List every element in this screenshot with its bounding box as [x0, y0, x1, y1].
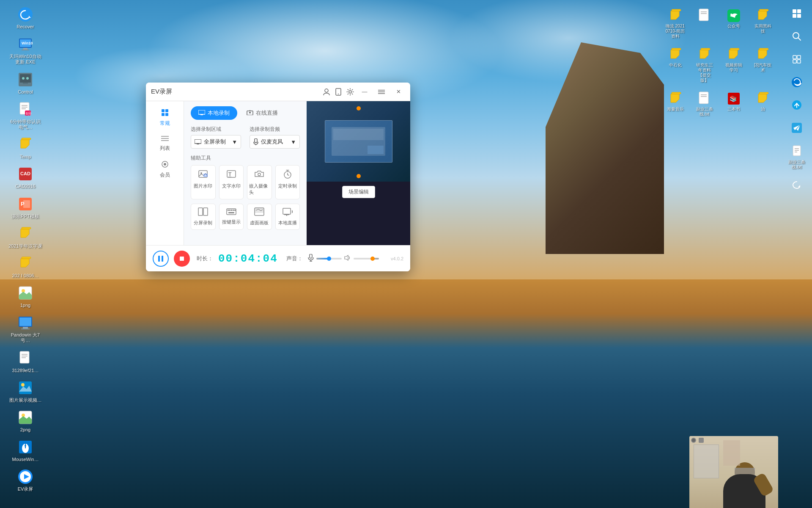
refresh-button[interactable]: [785, 175, 809, 195]
zhi-icon[interactable]: 治: [749, 88, 776, 119]
fuyesan2-icon[interactable]: 副业三条线.txt: [691, 88, 718, 119]
svg-rect-25: [22, 227, 31, 229]
arrow-up-button[interactable]: [785, 95, 809, 115]
svg-point-85: [349, 91, 351, 93]
ev-tool-split-screen[interactable]: 分屏录制: [191, 204, 216, 230]
ev-tab-live[interactable]: 在线直播: [239, 106, 285, 120]
hailiang-icon[interactable]: 海量音乐: [661, 88, 689, 119]
ev-tool-keyboard[interactable]: 按键显示: [219, 204, 244, 230]
svg-rect-91: [162, 113, 165, 116]
hailiu-icon[interactable]: 嗨流 20210710-简历资料: [661, 5, 689, 41]
ev-user-icon[interactable]: [322, 88, 331, 96]
changgui-icon: [161, 109, 169, 118]
ev-titlebar: EV录屏: [146, 83, 410, 101]
ev-settings-icon[interactable]: [346, 88, 354, 96]
desktop-icon-mousewin[interactable]: MouseWin…: [0, 436, 51, 465]
svg-point-84: [338, 94, 339, 94]
ev-scene-edit-button[interactable]: 场景编辑: [342, 186, 375, 198]
local-tab-icon: [198, 110, 205, 116]
desktop-icon-31289[interactable]: 31289ef21…: [0, 347, 51, 376]
ev-selects: 选择录制区域 全屏录制 ▼ 选择录制音频 仅麦克风: [191, 126, 300, 149]
ev-pause-button[interactable]: [153, 251, 169, 267]
ev-title: EV录屏: [151, 88, 322, 96]
svg-rect-138: [162, 256, 163, 262]
svg-rect-33: [20, 351, 29, 363]
ev-tool-timer[interactable]: 定时录制: [275, 165, 300, 199]
ev-speaker-slider-handle[interactable]: [370, 257, 375, 261]
ev-tool-local-live[interactable]: 本地直播: [275, 204, 300, 230]
txt-doc-icon[interactable]: [691, 5, 718, 41]
svg-rect-72: [701, 48, 710, 50]
ev-mic-slider[interactable]: [316, 258, 342, 260]
telegram-icon: [789, 120, 804, 135]
arrow-up-icon: [789, 97, 804, 113]
svg-rect-99: [200, 114, 203, 115]
windows-start-button[interactable]: [785, 3, 809, 24]
ev-mobile-icon[interactable]: [334, 88, 343, 96]
desktop-icon-temp[interactable]: Temp: [0, 133, 51, 162]
qiche-icon[interactable]: [3]汽车技术: [749, 44, 776, 86]
ev-tool-virtual-bg[interactable]: 虚面画板: [247, 204, 272, 230]
desktop-icon-ppt[interactable]: P 演示PPT模板: [0, 193, 51, 222]
ev-audio-section-label: 声音：: [286, 255, 303, 262]
zhongshihua-icon[interactable]: 中石化: [661, 44, 689, 86]
ev-stop-button[interactable]: [174, 251, 190, 267]
ev-close-button[interactable]: ✕: [392, 86, 405, 97]
ev-area-select[interactable]: 全屏录制 ▼: [191, 135, 241, 149]
desktop-icon-recover[interactable]: Recover: [0, 3, 51, 32]
ev-tab-local[interactable]: 本地录制: [191, 106, 237, 120]
liebiao-label: 列表: [160, 145, 170, 152]
svg-rect-119: [198, 208, 203, 215]
desktop-icon-6fen[interactable]: 6分 6分钟带你认识电气…: [0, 98, 51, 133]
telegram-button[interactable]: [785, 118, 809, 138]
search-button[interactable]: [785, 26, 809, 47]
changgui-label: 常规: [160, 120, 170, 127]
desktop-icon-cad[interactable]: CAD CAD2016: [0, 163, 51, 192]
ev-mic-slider-handle[interactable]: [327, 257, 331, 261]
desktop-icon-2021xuenian[interactable]: 2021学年汉字课: [0, 223, 51, 251]
svg-text:CAD: CAD: [20, 171, 30, 176]
edge-browser-button[interactable]: [785, 72, 809, 92]
yanjiusheng-icon[interactable]: 研究生三年资料【提交版】: [691, 44, 718, 86]
sanbenshu-icon[interactable]: 📚 三本书: [720, 88, 747, 119]
ev-preview-controls: 场景编辑: [307, 182, 410, 202]
gongzonghao-icon[interactable]: 公众号: [720, 5, 747, 41]
desktop-icon-2png[interactable]: 2png: [0, 406, 51, 435]
shipinjianji-icon[interactable]: 视频剪辑学习: [720, 44, 747, 86]
ev-tool-camera[interactable]: 嵌入摄像头: [247, 165, 272, 199]
preview-bottom-handle[interactable]: [357, 174, 361, 178]
svg-point-11: [22, 77, 25, 80]
ev-area-label: 选择录制区域: [191, 126, 241, 133]
ev-sidebar-changgui[interactable]: 常规: [146, 105, 184, 131]
desktop-icon-pandowin[interactable]: Pandowin 大7号…: [0, 312, 51, 346]
desktop-icon-control[interactable]: Control: [0, 69, 51, 97]
ev-tool-image-watermark[interactable]: 图片水印: [191, 165, 216, 199]
desktop-icon-2021[interactable]: 202 I 0806…: [0, 252, 51, 281]
desktop-icon-tupianzhan[interactable]: 图片展示视频…: [0, 377, 51, 406]
ev-speaker-slider[interactable]: [354, 258, 379, 260]
shiyong-icon[interactable]: 实用黑科技: [749, 5, 776, 41]
svg-rect-30: [19, 318, 31, 326]
ev-tool-text-watermark[interactable]: T 文字水印: [219, 165, 244, 199]
preview-top-handle[interactable]: [357, 106, 361, 110]
ev-audio-select[interactable]: 仅麦克风 ▼: [250, 135, 300, 149]
desktop-icon-ev[interactable]: EV录屏: [0, 466, 51, 494]
ev-sidebar-liebiao[interactable]: 列表: [146, 131, 184, 156]
ev-sidebar-huiyuan[interactable]: 会员: [146, 156, 184, 183]
task-view-button[interactable]: [785, 49, 809, 69]
desktop-icon-recover-label: Recover: [17, 24, 34, 30]
area-dropdown-icon: ▼: [232, 139, 237, 145]
camera-label: 嵌入摄像头: [249, 183, 270, 196]
ev-recorder-window: EV录屏: [146, 83, 410, 271]
desktop-icon-1png[interactable]: 1png: [0, 282, 51, 311]
timer-label: 定时录制: [278, 183, 297, 189]
desktop-icon-tianma[interactable]: Win10 天玛Win10自动更新.EXE: [0, 33, 51, 67]
local-live-icon: [283, 207, 293, 218]
ev-bottom-toolbar: 时长： 00:04:04 声音：: [146, 245, 410, 271]
ev-hamburger-button[interactable]: [375, 86, 388, 97]
svg-rect-9: [23, 83, 28, 84]
fuyesan-button[interactable]: 副业三条线.txt: [785, 141, 809, 172]
ev-minimize-button[interactable]: —: [358, 86, 371, 97]
ev-tools-row2: 分屏录制 按键显示: [191, 204, 300, 230]
tianma-label: 天玛Win10自动更新.EXE: [8, 54, 42, 65]
